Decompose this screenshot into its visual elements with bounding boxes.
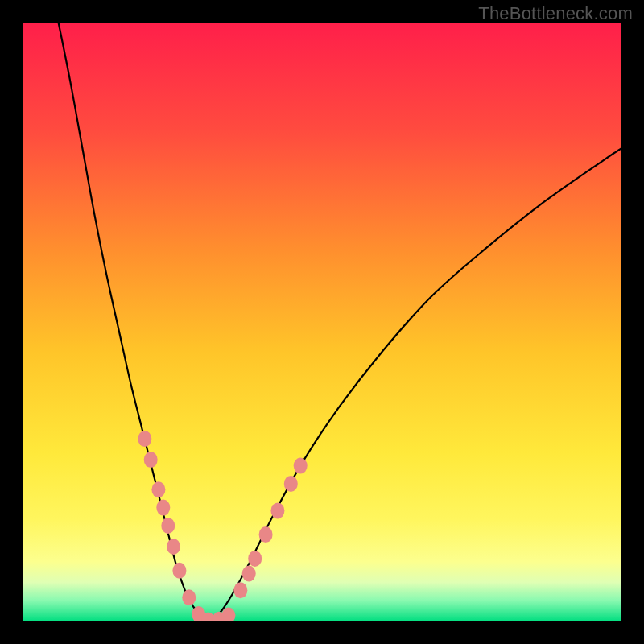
data-dots [138, 431, 307, 621]
data-dot [156, 500, 170, 516]
data-dot [270, 502, 284, 518]
data-dot [284, 476, 298, 492]
data-dot [259, 526, 273, 543]
data-dot [248, 551, 262, 567]
data-dot [294, 458, 308, 474]
curve-left-branch [59, 23, 210, 621]
bottleneck-curve [23, 23, 621, 621]
data-dot [161, 518, 175, 534]
plot-area [23, 23, 621, 621]
data-dot [167, 539, 180, 555]
data-dot [233, 582, 247, 598]
curve-right-branch [210, 148, 621, 621]
data-dot [221, 608, 235, 621]
data-dot [151, 481, 165, 497]
data-dot [182, 589, 196, 605]
outer-frame: TheBottleneck.com [0, 0, 644, 644]
watermark-text: TheBottleneck.com [478, 3, 633, 24]
data-dot [172, 563, 186, 579]
data-dot [138, 431, 151, 447]
data-dot [144, 452, 158, 468]
data-dot [242, 566, 256, 582]
